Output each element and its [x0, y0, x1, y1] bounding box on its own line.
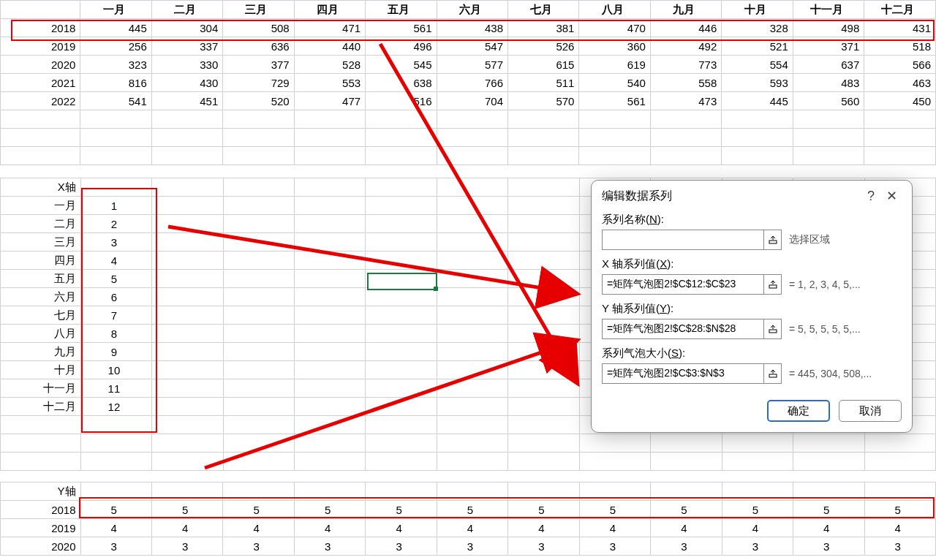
cell[interactable]: 4	[508, 519, 579, 537]
cell[interactable]: 330	[151, 56, 222, 74]
cell[interactable]: 1	[80, 197, 152, 215]
cell[interactable]: 445	[80, 19, 151, 37]
col-header[interactable]: 一月	[80, 1, 151, 19]
cell[interactable]: 5	[864, 501, 935, 519]
x-axis-label[interactable]: X轴	[1, 178, 81, 197]
cell[interactable]: 5	[294, 501, 365, 519]
cell[interactable]: 9	[80, 343, 152, 361]
y-values-input[interactable]	[603, 319, 763, 338]
cell[interactable]: 545	[366, 56, 437, 74]
month-label[interactable]: 四月	[1, 251, 81, 270]
range-picker-icon[interactable]	[763, 275, 781, 294]
month-label[interactable]: 十二月	[1, 398, 81, 416]
cell[interactable]: 4	[223, 519, 294, 537]
cell[interactable]: 528	[294, 56, 365, 74]
cell[interactable]: 5	[80, 270, 152, 288]
cell[interactable]: 5	[80, 501, 151, 519]
cell[interactable]: 5	[722, 501, 793, 519]
col-header[interactable]: 十一月	[793, 1, 864, 19]
cell[interactable]: 518	[864, 37, 936, 56]
cell[interactable]: 451	[151, 92, 222, 110]
cell[interactable]: 3	[80, 537, 151, 556]
cell[interactable]: 4	[80, 519, 151, 537]
cell[interactable]: 3	[722, 537, 793, 556]
series-name-input[interactable]	[603, 230, 763, 249]
cell[interactable]: 3	[864, 537, 935, 556]
cell[interactable]: 704	[437, 92, 507, 110]
month-label[interactable]: 五月	[1, 270, 81, 288]
cell[interactable]: 463	[864, 74, 936, 92]
cell[interactable]: 5	[366, 501, 437, 519]
cell[interactable]: 3	[793, 537, 864, 556]
range-picker-icon[interactable]	[763, 319, 781, 338]
cell[interactable]: 360	[579, 37, 650, 56]
cell[interactable]: 773	[650, 56, 721, 74]
cell[interactable]: 377	[223, 56, 294, 74]
month-label[interactable]: 一月	[1, 197, 81, 215]
cell[interactable]: 636	[223, 37, 294, 56]
cell[interactable]: 496	[366, 37, 437, 56]
month-label[interactable]: 十一月	[1, 379, 81, 398]
row-header[interactable]: 2018	[1, 501, 81, 519]
cell[interactable]: 4	[793, 519, 864, 537]
cell[interactable]: 8	[80, 325, 152, 343]
range-picker-icon[interactable]	[763, 364, 781, 383]
cell[interactable]: 471	[294, 19, 365, 37]
cell[interactable]: 328	[722, 19, 793, 37]
cell[interactable]: 5	[651, 501, 722, 519]
cell[interactable]: 498	[793, 19, 864, 37]
cell[interactable]: 3	[579, 537, 650, 556]
month-label[interactable]: 七月	[1, 306, 81, 325]
cell[interactable]: 323	[80, 56, 151, 74]
col-header[interactable]: 九月	[650, 1, 721, 19]
cell[interactable]: 477	[294, 92, 365, 110]
help-button[interactable]: ?	[861, 189, 881, 204]
cell[interactable]: 12	[80, 398, 152, 416]
cell[interactable]: 450	[864, 92, 936, 110]
ok-button[interactable]: 确定	[767, 400, 830, 422]
col-header[interactable]: 四月	[294, 1, 365, 19]
col-header[interactable]: 六月	[437, 1, 507, 19]
cell[interactable]: 615	[507, 56, 578, 74]
cell[interactable]: 561	[366, 19, 437, 37]
month-label[interactable]: 九月	[1, 343, 81, 361]
cell[interactable]: 511	[507, 74, 578, 92]
close-button[interactable]: ✕	[881, 188, 902, 204]
row-header[interactable]: 2022	[1, 92, 80, 110]
row-header[interactable]: 2018	[1, 19, 80, 37]
cell[interactable]: 3	[366, 537, 437, 556]
cell[interactable]: 3	[80, 233, 152, 251]
row-header[interactable]: 2020	[1, 537, 81, 556]
cell[interactable]: 371	[793, 37, 864, 56]
range-picker-icon[interactable]	[763, 230, 781, 249]
cell[interactable]: 4	[864, 519, 935, 537]
bubble-size-input[interactable]	[603, 364, 763, 383]
col-header[interactable]: 七月	[507, 1, 578, 19]
cell[interactable]: 541	[80, 92, 151, 110]
cell[interactable]: 3	[651, 537, 722, 556]
cell[interactable]: 516	[366, 92, 437, 110]
cell[interactable]: 470	[579, 19, 650, 37]
cell[interactable]: 3	[223, 537, 294, 556]
cell[interactable]: 4	[722, 519, 793, 537]
month-label[interactable]: 八月	[1, 325, 81, 343]
cell[interactable]: 816	[80, 74, 151, 92]
cell[interactable]: 526	[507, 37, 578, 56]
cell[interactable]: 570	[507, 92, 578, 110]
cell[interactable]: 521	[722, 37, 793, 56]
row-header[interactable]: 2021	[1, 74, 80, 92]
cell[interactable]: 430	[151, 74, 222, 92]
cell[interactable]: 492	[650, 37, 721, 56]
cell[interactable]: 3	[294, 537, 365, 556]
x-values-input[interactable]	[603, 275, 763, 294]
cancel-button[interactable]: 取消	[839, 400, 902, 422]
cell[interactable]: 553	[294, 74, 365, 92]
cell[interactable]: 566	[864, 56, 936, 74]
cell[interactable]: 554	[722, 56, 793, 74]
col-header[interactable]: 三月	[223, 1, 294, 19]
cell[interactable]: 558	[650, 74, 721, 92]
cell[interactable]: 483	[793, 74, 864, 92]
cell[interactable]: 638	[366, 74, 437, 92]
cell[interactable]: 561	[579, 92, 650, 110]
cell[interactable]: 5	[793, 501, 864, 519]
